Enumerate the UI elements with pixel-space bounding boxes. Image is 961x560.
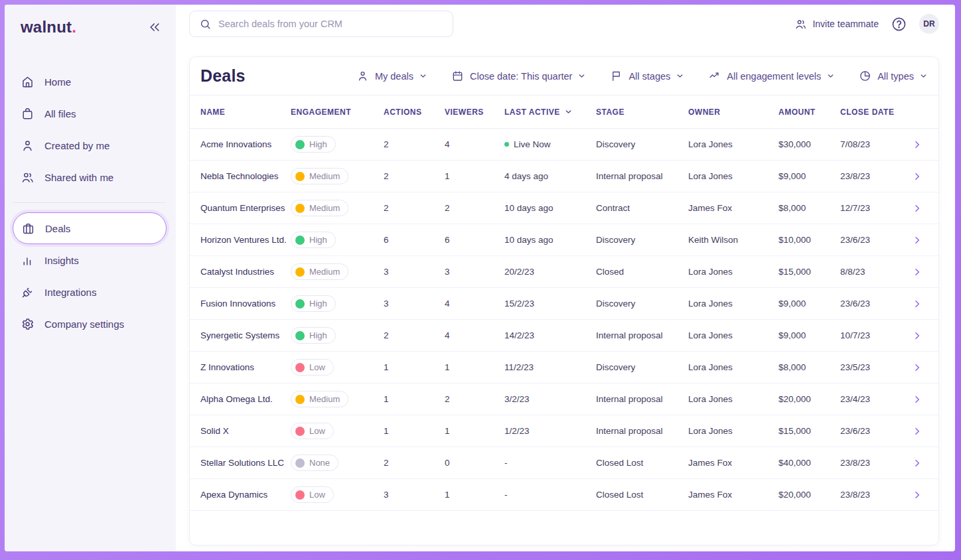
engagement-cell: High [291,327,384,344]
last-active-label: 1/2/23 [504,426,530,436]
engagement-label: None [309,458,330,468]
column-header-viewers[interactable]: VIEWERS [445,107,504,117]
row-chevron-right-icon[interactable] [912,139,928,150]
row-chevron-right-icon[interactable] [912,362,928,373]
table-row[interactable]: Alpha Omega Ltd.Medium123/2/23Internal p… [190,384,938,415]
table-row[interactable]: Acme InnovationsHigh24Live NowDiscoveryL… [190,129,938,161]
row-chevron-right-icon[interactable] [912,330,928,341]
row-chevron-right-icon[interactable] [912,426,928,437]
row-chevron-right-icon[interactable] [912,394,928,405]
engagement-dot [295,204,305,213]
column-header-stage[interactable]: STAGE [596,107,688,117]
table-row[interactable]: Quantum EnterprisesMedium2210 days agoCo… [190,192,938,224]
sidebar-item-shared-with-me[interactable]: Shared with me [5,161,176,193]
sidebar-item-integrations[interactable]: Integrations [5,276,176,308]
column-header-actions[interactable]: ACTIONS [384,107,445,117]
last-active-label: 4 days ago [504,171,548,181]
table-row[interactable]: Synergetic SystemsHigh2414/2/23Internal … [190,320,938,352]
last-active-label: 20/2/23 [504,267,534,277]
user-avatar[interactable]: DR [919,14,939,34]
sidebar-item-deals[interactable]: Deals [13,212,167,244]
viewers-count: 4 [445,330,504,340]
stage-cell: Closed [596,267,688,277]
engagement-badge: Low [291,359,334,376]
amount-cell: $9,000 [778,299,840,309]
viewers-count: 2 [445,394,504,404]
owner-cell: Keith Wilson [688,235,778,245]
column-header-amount[interactable]: AMOUNT [778,107,840,117]
deal-name: Quantum Enterprises [200,203,291,213]
column-header-name[interactable]: NAME [200,107,291,117]
last-active-cell: Live Now [504,139,596,149]
amount-cell: $8,000 [778,362,840,372]
table-row[interactable]: Apexa DynamicsLow31-Closed LostJames Fox… [190,479,938,511]
column-header-engagement[interactable]: ENGAGEMENT [291,107,384,117]
column-label: ENGAGEMENT [291,107,351,117]
search-box[interactable] [189,11,453,37]
table-row[interactable]: Fusion InnovationsHigh3415/2/23Discovery… [190,288,938,320]
column-header-last-active[interactable]: LAST ACTIVE [504,107,596,117]
help-icon[interactable] [891,16,907,33]
table-row[interactable]: Nebla TechnologiesMedium214 days agoInte… [190,161,938,192]
search-icon [199,18,212,31]
owner-cell: James Fox [688,203,778,213]
row-chevron-right-icon[interactable] [912,171,928,182]
sidebar-item-company-settings[interactable]: Company settings [5,308,176,340]
last-active-cell: 10 days ago [504,203,596,213]
live-dot [504,142,509,147]
home-icon [21,75,35,89]
amount-cell: $9,000 [778,171,840,181]
engagement-badge: Medium [291,391,348,407]
sidebar-item-home[interactable]: Home [5,66,176,98]
sidebar-item-insights[interactable]: Insights [5,244,176,276]
viewers-count: 0 [445,458,504,468]
sidebar-item-label: Integrations [44,287,96,298]
engagement-dot [295,172,305,181]
row-chevron-right-icon[interactable] [912,490,928,500]
table-body: Acme InnovationsHigh24Live NowDiscoveryL… [190,129,938,511]
engagement-label: Medium [309,203,340,213]
engagement-dot [295,363,305,372]
engagement-cell: High [291,232,384,248]
column-header-close-date[interactable]: CLOSE DATE [840,107,907,117]
column-header-owner[interactable]: OWNER [688,107,778,117]
sidebar-item-created-by-me[interactable]: Created by me [5,129,176,161]
sidebar-collapse-icon[interactable] [148,21,161,34]
filter-all-stages[interactable]: All stages [610,70,684,82]
engagement-cell: Low [291,486,384,503]
deal-name: Z Innovations [200,362,291,372]
app-window: walnut. HomeAll filesCreated by meShared… [5,5,955,551]
table-row[interactable]: Solid XLow111/2/23Internal proposalLora … [190,415,938,447]
table-row[interactable]: Z InnovationsLow1111/2/23DiscoveryLora J… [190,352,938,384]
filter-label: My deals [375,71,413,82]
table-row[interactable]: Horizon Ventures Ltd.High6610 days agoDi… [190,224,938,256]
last-active-label: 10 days ago [504,235,554,245]
stage-cell: Discovery [596,362,688,372]
filter-all-types[interactable]: All types [859,70,928,82]
last-active-label: 3/2/23 [504,394,530,404]
stage-cell: Internal proposal [596,330,688,340]
owner-cell: James Fox [688,458,778,468]
table-row[interactable]: Catalyst IndustriesMedium3320/2/23Closed… [190,256,938,288]
table-header-row: NAMEENGAGEMENTACTIONSVIEWERSLAST ACTIVES… [190,95,938,129]
row-chevron-right-icon[interactable] [912,458,928,468]
viewers-count: 1 [445,171,504,181]
actions-count: 2 [384,330,445,340]
table-row[interactable]: Stellar Solutions LLCNone20-Closed LostJ… [190,447,938,479]
stage-cell: Contract [596,203,688,213]
filter-all-engagement-levels[interactable]: All engagement levels [708,70,835,82]
engagement-badge: Medium [291,168,348,184]
row-chevron-right-icon[interactable] [912,203,928,214]
row-chevron-right-icon[interactable] [912,267,928,277]
actions-count: 3 [384,299,445,309]
filter-close-date-this-quarter[interactable]: Close date: This quarter [451,70,586,82]
search-input[interactable] [218,19,443,29]
bag-icon [21,107,35,121]
filter-my-deals[interactable]: My deals [356,70,427,82]
column-label: CLOSE DATE [840,107,894,117]
invite-teammate-button[interactable]: Invite teammate [794,18,879,31]
row-chevron-right-icon[interactable] [912,299,928,309]
amount-cell: $30,000 [778,139,840,149]
row-chevron-right-icon[interactable] [912,235,928,245]
sidebar-item-all-files[interactable]: All files [5,98,176,129]
